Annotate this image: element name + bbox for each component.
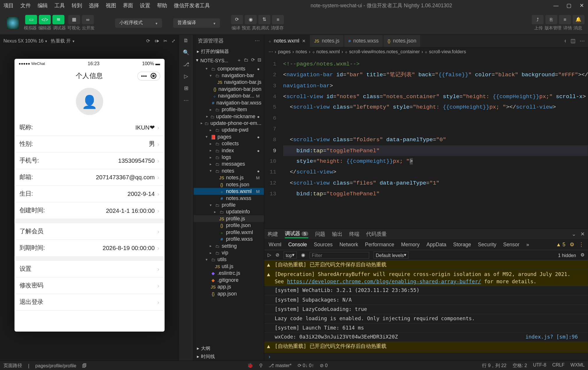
- menu-item[interactable]: 视图: [102, 2, 119, 9]
- explorer-more-icon[interactable]: ⋯: [255, 38, 260, 45]
- cloud-button[interactable]: ∞: [82, 15, 94, 24]
- device-selector[interactable]: Nexus 5X 100% 16: [3, 38, 47, 44]
- tree-item[interactable]: ▸🗀setting: [194, 242, 264, 249]
- new-folder-icon[interactable]: 🗀: [244, 57, 248, 63]
- panel-tab[interactable]: 构建: [268, 230, 278, 238]
- code-editor[interactable]: 12345678910111213 <!--pages/notes.wxml--…: [264, 56, 588, 228]
- tree-item[interactable]: ▸🗀profile-item: [194, 106, 264, 113]
- compare-icon[interactable]: ⫞: [564, 38, 566, 44]
- minimize-button[interactable]: —: [550, 3, 562, 8]
- menu-item[interactable]: 设置: [136, 2, 153, 9]
- split-icon[interactable]: ◫: [571, 38, 575, 44]
- tree-item[interactable]: ⬦notes.wxmlM: [194, 188, 264, 195]
- close-button[interactable]: ✕: [575, 3, 588, 8]
- maximize-button[interactable]: ▢: [562, 3, 575, 8]
- editor-breadcrumb[interactable]: ⋯ › pages › notes › ⬦ notes.wxml › ⬦ scr…: [264, 47, 588, 56]
- tree-item[interactable]: ◆.eslintrc.js: [194, 270, 264, 277]
- sim-mute-icon[interactable]: 🕪: [154, 38, 159, 44]
- tree-item[interactable]: ▸🗀messages: [194, 161, 264, 167]
- tree-item[interactable]: ▾📕pages●: [194, 133, 264, 140]
- timeline-section[interactable]: ▸ 时间线: [194, 353, 264, 361]
- tree-item[interactable]: ▸🗀updateinfo: [194, 208, 264, 215]
- git-sync[interactable]: ⟳ 0↓ 0↑: [298, 363, 314, 368]
- tree-item[interactable]: ◆.gitignore: [194, 277, 264, 283]
- compile-mode-dropdown[interactable]: 小程序模式: [115, 18, 162, 27]
- upload-button[interactable]: ⤴: [532, 15, 544, 24]
- tree-item[interactable]: {}navigation-bar.json: [194, 86, 264, 92]
- tree-item[interactable]: ▸🗀update-pwd: [194, 127, 264, 133]
- tree-item[interactable]: ▸🗀index●: [194, 147, 264, 154]
- tree-item[interactable]: #navigation-bar.wxss: [194, 99, 264, 106]
- profile-row[interactable]: 退出登录›: [14, 294, 164, 311]
- sim-pop-icon[interactable]: ⤢: [172, 38, 175, 44]
- remote-debug-button[interactable]: ⇅: [258, 15, 270, 24]
- tree-item[interactable]: ▸🗀update-nickname●: [194, 113, 264, 120]
- tree-item[interactable]: #notes.wxss: [194, 195, 264, 201]
- menu-item[interactable]: 选择: [85, 2, 103, 9]
- simulator-toggle[interactable]: ▭: [25, 15, 37, 24]
- hot-reload[interactable]: 热重载 开: [51, 38, 75, 44]
- menu-item[interactable]: 界面: [119, 2, 137, 9]
- menu-item[interactable]: 文件: [17, 2, 34, 9]
- tree-item[interactable]: {}profile.json: [194, 222, 264, 229]
- panel-tab[interactable]: 终端: [349, 230, 359, 238]
- files-icon[interactable]: 🗎: [183, 38, 189, 43]
- problems-count[interactable]: ⊘ 0: [320, 363, 328, 368]
- panel-tab[interactable]: 输出: [332, 230, 342, 238]
- preview-button[interactable]: ◉: [245, 15, 257, 24]
- tree-item[interactable]: ⬦navigation-bar...M: [194, 93, 264, 99]
- editor-tab[interactable]: {}notes.json: [383, 35, 421, 47]
- devtools-tab[interactable]: AppData: [426, 240, 446, 249]
- console-clear-icon[interactable]: ⊘: [276, 252, 279, 258]
- detail-button[interactable]: ≡: [559, 15, 571, 24]
- profile-row[interactable]: 修改密码›: [14, 277, 164, 294]
- refresh-tree-icon[interactable]: ⟳: [251, 57, 255, 63]
- tree-item[interactable]: ▾🗀notes●: [194, 167, 264, 174]
- tree-item[interactable]: {}app.json: [194, 290, 264, 297]
- profile-row[interactable]: 设置›: [14, 261, 164, 277]
- hidden-count[interactable]: 1 hidden: [558, 252, 576, 258]
- project-header[interactable]: ▾ NOTE-SYS... ＋ 🗀 ⟳ ⊟: [194, 55, 264, 65]
- devtools-tab[interactable]: Wxml: [269, 240, 281, 249]
- devtools-tab[interactable]: Performance: [365, 240, 394, 249]
- devtools-tab[interactable]: Storage: [453, 240, 471, 249]
- version-button[interactable]: ⎘: [545, 15, 557, 24]
- editor-toggle[interactable]: </>: [39, 15, 51, 24]
- debug-icon[interactable]: ▷: [184, 73, 188, 79]
- profile-row[interactable]: 了解会员›: [14, 223, 164, 240]
- panel-collapse-icon[interactable]: ⌄: [572, 231, 576, 237]
- console-eye-icon[interactable]: ◉: [301, 252, 306, 258]
- sb-pin-icon[interactable]: ⚲: [259, 363, 263, 368]
- profile-row[interactable]: 生日:2002-9-14›: [14, 186, 164, 202]
- sb-bug-icon[interactable]: 🐞: [247, 363, 253, 368]
- devtools-tab[interactable]: Network: [339, 240, 358, 249]
- tree-item[interactable]: ▸🗀update-phone-or-em...: [194, 120, 264, 126]
- console-level-dropdown[interactable]: Default levels ▾: [374, 252, 409, 259]
- console-context-dropdown[interactable]: top ▾: [284, 252, 297, 259]
- tree-item[interactable]: JSprofile.js: [194, 215, 264, 222]
- page-path-label[interactable]: 页面路径: [3, 362, 22, 369]
- console-filter-input[interactable]: [310, 252, 369, 258]
- profile-row[interactable]: 邮箱:2071473367@qq.com›: [14, 169, 164, 186]
- tree-item[interactable]: JSnotes.jsM: [194, 174, 264, 181]
- console-settings-icon[interactable]: ⚙: [580, 252, 585, 258]
- profile-row[interactable]: 到期时间:2026-8-19 00:00:00›: [14, 240, 164, 256]
- menu-item[interactable]: 工具: [51, 2, 68, 9]
- more-icon[interactable]: ⋯: [183, 97, 189, 103]
- menu-item[interactable]: 转到: [68, 2, 85, 9]
- open-editors-section[interactable]: ▸ 打开的编辑器: [194, 47, 264, 56]
- debugger-toggle[interactable]: ≋: [52, 15, 64, 24]
- clear-cache-button[interactable]: ≡: [272, 15, 284, 24]
- tree-item[interactable]: ▸🗀vip: [194, 249, 264, 256]
- panel-tab[interactable]: 调试器 5: [285, 230, 308, 238]
- devtools-tab[interactable]: Security: [478, 240, 496, 249]
- panel-close-icon[interactable]: ✕: [580, 231, 585, 237]
- tree-item[interactable]: ▾🗀utils: [194, 256, 264, 263]
- editor-tab[interactable]: #notes.wxss: [344, 35, 384, 47]
- visual-button[interactable]: ▦: [68, 15, 80, 24]
- new-file-icon[interactable]: ＋: [237, 57, 241, 63]
- tree-item[interactable]: JSapp.js: [194, 284, 264, 290]
- search-icon[interactable]: 🔍: [183, 49, 189, 55]
- compile-scheme-dropdown[interactable]: 普通编译: [173, 18, 220, 27]
- menu-item[interactable]: 编辑: [34, 2, 51, 9]
